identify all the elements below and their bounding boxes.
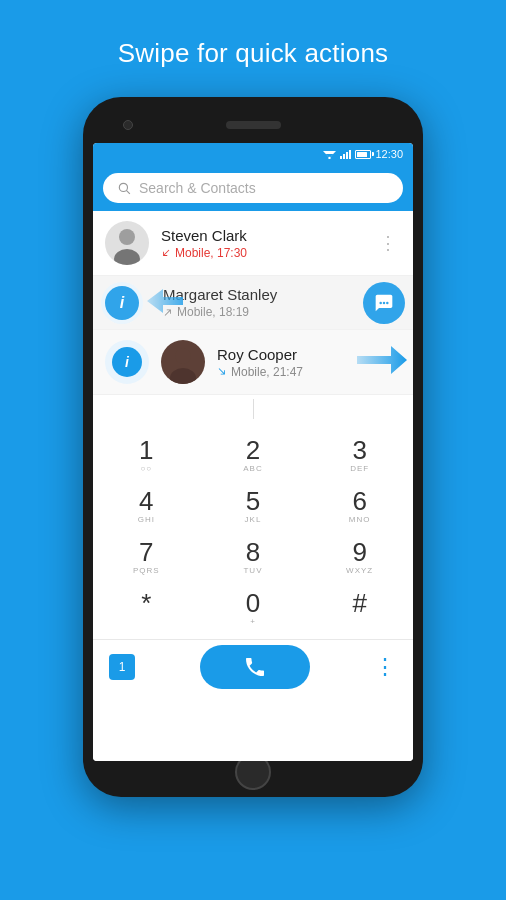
dial-letters-1: ○○ — [140, 464, 152, 474]
contact-item-steven[interactable]: Steven Clark Mobile, 17:30 ⋮ — [93, 211, 413, 276]
dial-row-2: 4 GHI 5 JKL 6 MNO — [93, 482, 413, 531]
avatar-roy — [161, 340, 205, 384]
more-icon-steven[interactable]: ⋮ — [375, 228, 401, 258]
dial-key-3[interactable]: 3 DEF — [320, 431, 400, 480]
svg-marker-10 — [147, 289, 183, 313]
svg-point-6 — [114, 249, 140, 265]
swipe-arrow-left-margaret — [147, 289, 183, 317]
dial-key-hash[interactable]: # — [320, 584, 400, 633]
status-time: 12:30 — [375, 148, 403, 160]
phone-top-bar — [93, 111, 413, 139]
svg-point-3 — [119, 183, 127, 191]
svg-marker-13 — [357, 346, 407, 374]
search-placeholder: Search & Contacts — [139, 180, 256, 196]
swipe-action-left-margaret[interactable]: i — [101, 282, 143, 324]
contacts-list: Steven Clark Mobile, 17:30 ⋮ i — [93, 211, 413, 761]
call-icon — [243, 655, 267, 679]
dial-key-5[interactable]: 5 JKL — [213, 482, 293, 531]
dial-key-1[interactable]: 1 ○○ — [106, 431, 186, 480]
dial-row-4: * 0 + # — [93, 584, 413, 633]
dial-pad: 1 ○○ 2 ABC 3 DEF 4 GHI — [93, 423, 413, 639]
phone-bottom-bar — [93, 761, 413, 783]
dial-number-3: 3 — [352, 437, 366, 463]
call-button[interactable] — [200, 645, 310, 689]
phone-speaker — [226, 121, 281, 129]
more-options-button[interactable]: ⋮ — [374, 654, 397, 680]
dial-key-9[interactable]: 9 WXYZ — [320, 533, 400, 582]
dial-row-1: 1 ○○ 2 ABC 3 DEF — [93, 431, 413, 480]
bottom-bar: 1 ⋮ — [93, 639, 413, 693]
info-icon-margaret: i — [105, 286, 139, 320]
outgoing-call-icon — [217, 367, 227, 377]
dial-key-7[interactable]: 7 PQRS — [106, 533, 186, 582]
recent-calls-badge[interactable]: 1 — [109, 654, 135, 680]
svg-point-8 — [383, 301, 386, 304]
call-detail-margaret: Mobile, 18:19 — [177, 305, 249, 319]
info-icon-roy: i — [112, 347, 142, 377]
dial-number-1: 1 — [139, 437, 153, 463]
dial-letters-3: DEF — [350, 464, 369, 474]
svg-point-5 — [119, 229, 135, 245]
svg-point-12 — [170, 368, 196, 384]
search-bar-area: Search & Contacts — [93, 165, 413, 211]
phone-frame: 12:30 Search & Contacts — [83, 97, 423, 797]
contact-name-steven: Steven Clark — [161, 227, 375, 244]
dial-key-0[interactable]: 0 + — [213, 584, 293, 633]
battery-icon — [355, 150, 371, 159]
dial-key-6[interactable]: 6 MNO — [320, 482, 400, 531]
call-detail-steven: Mobile, 17:30 — [175, 246, 247, 260]
swipe-action-right-margaret[interactable] — [363, 282, 405, 324]
phone-screen: 12:30 Search & Contacts — [93, 143, 413, 761]
search-icon — [117, 181, 131, 195]
svg-point-11 — [175, 348, 191, 364]
svg-line-4 — [126, 190, 129, 194]
dial-key-4[interactable]: 4 GHI — [106, 482, 186, 531]
phone-camera — [123, 120, 133, 130]
avatar-steven — [105, 221, 149, 265]
contact-item-margaret[interactable]: i Margaret Stanley Mobile, 18:19 — [93, 276, 413, 330]
dial-key-8[interactable]: 8 TUV — [213, 533, 293, 582]
svg-point-9 — [386, 301, 389, 304]
swipe-arrow-right-roy — [357, 346, 407, 378]
dial-number-2: 2 — [246, 437, 260, 463]
contact-item-roy[interactable]: i Roy Cooper Mobile, 21:47 — [93, 330, 413, 395]
dial-key-star[interactable]: * — [106, 584, 186, 633]
wifi-icon — [323, 149, 336, 159]
contact-detail-steven: Mobile, 17:30 — [161, 246, 375, 260]
dial-key-2[interactable]: 2 ABC — [213, 431, 293, 480]
message-icon-margaret — [374, 293, 394, 313]
signal-icon — [340, 149, 351, 159]
section-divider — [93, 395, 413, 423]
search-bar[interactable]: Search & Contacts — [103, 173, 403, 203]
dial-row-3: 7 PQRS 8 TUV 9 WXYZ — [93, 533, 413, 582]
call-detail-roy: Mobile, 21:47 — [231, 365, 303, 379]
swipe-action-left-roy[interactable]: i — [105, 340, 149, 384]
status-icons: 12:30 — [323, 148, 403, 160]
missed-call-icon — [161, 248, 171, 258]
svg-point-7 — [379, 301, 382, 304]
status-bar: 12:30 — [93, 143, 413, 165]
contact-info-steven: Steven Clark Mobile, 17:30 — [161, 227, 375, 260]
headline: Swipe for quick actions — [118, 38, 389, 69]
dial-letters-2: ABC — [243, 464, 262, 474]
